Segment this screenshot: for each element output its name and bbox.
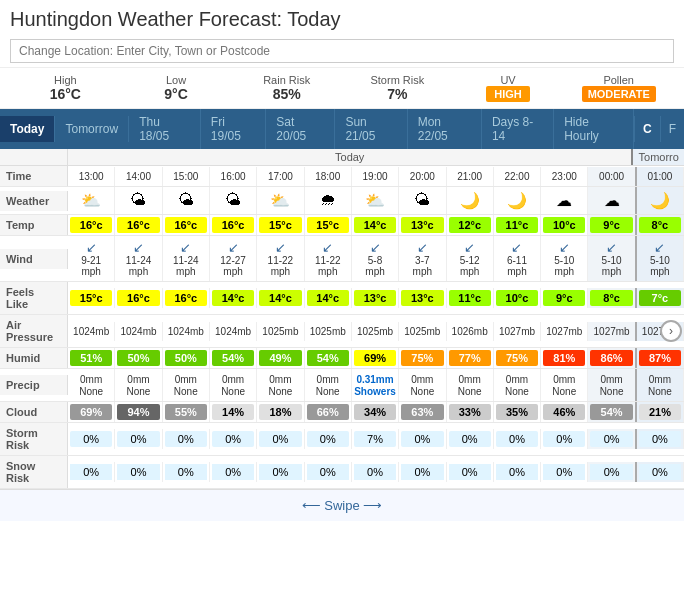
table-cell: 0% <box>115 462 162 482</box>
table-cell: 75% <box>399 348 446 368</box>
swipe-text: ⟵ Swipe ⟶ <box>302 498 383 513</box>
table-cell: 9°c <box>588 215 636 235</box>
table-cell: 0% <box>399 429 446 449</box>
table-cell: 0% <box>541 429 588 449</box>
table-cell: 0% <box>163 429 210 449</box>
table-cell: 0% <box>637 429 684 449</box>
table-cell: ↙11-24mph <box>115 236 162 281</box>
temp-row: Temp 16°c16°c16°c16°c15°c15°c14°c13°c12°… <box>0 215 684 236</box>
table-cell: 22:00 <box>494 167 541 186</box>
table-cell: 🌤 <box>163 187 210 214</box>
tab-fahrenheit[interactable]: F <box>660 116 684 142</box>
precip-row: Precip 0mmNone0mmNone0mmNone0mmNone0mmNo… <box>0 369 684 402</box>
table-cell: 17:00 <box>257 167 304 186</box>
table-cell: 14°c <box>210 288 257 308</box>
table-cell: 16°c <box>163 288 210 308</box>
table-cell: ↙5-12mph <box>447 236 494 281</box>
table-cell: 0% <box>447 462 494 482</box>
tab-days[interactable]: Days 8-14 <box>482 109 554 149</box>
table-cell: 0% <box>68 429 115 449</box>
table-cell: 0mmNone <box>163 369 210 401</box>
uv-summary: UV HIGH <box>453 74 564 102</box>
table-cell: 00:00 <box>588 167 636 186</box>
table-cell: 13°c <box>352 288 399 308</box>
table-cell: 94% <box>115 402 162 422</box>
pollen-summary: Pollen MODERATE <box>563 74 674 102</box>
table-cell: 54% <box>588 402 636 422</box>
time-cells: 13:0014:0015:0016:0017:0018:0019:0020:00… <box>68 167 684 186</box>
tomorrow-header-label: Tomorro <box>633 149 684 165</box>
table-cell: ↙5-10mph <box>588 236 636 281</box>
table-cell: 1024mb <box>115 322 162 341</box>
table-cell: 🌤 <box>399 187 446 214</box>
table-cell: 15°c <box>305 215 352 235</box>
feels-row: FeelsLike 15°c16°c16°c14°c14°c14°c13°c13… <box>0 282 684 315</box>
swipe-bar: ⟵ Swipe ⟶ <box>0 489 684 521</box>
tab-sat[interactable]: Sat 20/05 <box>266 109 335 149</box>
precip-label: Precip <box>0 375 68 395</box>
table-cell: 0% <box>257 462 304 482</box>
table-cell: ⛅ <box>68 187 115 214</box>
table-cell: 1025mb <box>257 322 304 341</box>
table-cell: 16°c <box>68 215 115 235</box>
rain-summary: Rain Risk 85% <box>231 74 342 102</box>
table-cell: 0% <box>494 462 541 482</box>
table-cell: 34% <box>352 402 399 422</box>
tab-sun[interactable]: Sun 21/05 <box>335 109 407 149</box>
pressure-cells: 1024mb1024mb1024mb1024mb1025mb1025mb1025… <box>68 322 684 341</box>
time-row: Time 13:0014:0015:0016:0017:0018:0019:00… <box>0 166 684 187</box>
table-cell: ↙11-22mph <box>305 236 352 281</box>
table-cell: 14°c <box>305 288 352 308</box>
feels-cells: 15°c16°c16°c14°c14°c14°c13°c13°c11°c10°c… <box>68 288 684 308</box>
tab-fri[interactable]: Fri 19/05 <box>201 109 266 149</box>
table-cell: 7% <box>352 429 399 449</box>
table-cell: 0mmNone <box>399 369 446 401</box>
table-cell: 🌙 <box>447 187 494 214</box>
storm-summary: Storm Risk 7% <box>342 74 453 102</box>
table-cell: ↙9-21mph <box>68 236 115 281</box>
table-cell: 49% <box>257 348 304 368</box>
scroll-button[interactable]: › <box>660 320 682 342</box>
table-cell: 0% <box>447 429 494 449</box>
weather-cells: ⛅🌤🌤🌤⛅🌧⛅🌤🌙🌙☁☁🌙 <box>68 187 684 214</box>
feels-label: FeelsLike <box>0 282 68 314</box>
location-input[interactable] <box>10 39 674 63</box>
table-cell: 11°c <box>494 215 541 235</box>
table-cell: 0% <box>305 429 352 449</box>
table-cell: 13°c <box>399 215 446 235</box>
wind-label: Wind <box>0 249 68 269</box>
unit-tabs: C F <box>634 116 684 142</box>
table-cell: 0% <box>210 462 257 482</box>
table-cell: 77% <box>447 348 494 368</box>
table-cell: 14°c <box>352 215 399 235</box>
tab-bar: Today Tomorrow Thu 18/05 Fri 19/05 Sat 2… <box>0 109 684 149</box>
table-cell: 1027mb <box>588 322 636 341</box>
storm-label: StormRisk <box>0 423 68 455</box>
high-summary: High 16°C <box>10 74 121 102</box>
table-cell: 🌤 <box>210 187 257 214</box>
table-cell: 16°c <box>210 215 257 235</box>
tab-mon[interactable]: Mon 22/05 <box>408 109 482 149</box>
table-cell: ↙6-11mph <box>494 236 541 281</box>
tab-today[interactable]: Today <box>0 116 55 142</box>
table-cell: 15°c <box>257 215 304 235</box>
tab-thu[interactable]: Thu 18/05 <box>129 109 201 149</box>
table-cell: ↙5-8mph <box>352 236 399 281</box>
table-cell: ⛅ <box>352 187 399 214</box>
tab-celsius[interactable]: C <box>634 116 660 142</box>
table-cell: 12°c <box>447 215 494 235</box>
humidity-row: Humid 51%50%50%54%49%54%69%75%77%75%81%8… <box>0 348 684 369</box>
table-cell: 16°c <box>115 215 162 235</box>
table-cell: ☁ <box>588 187 636 214</box>
table-cell: 0mmNone <box>305 369 352 401</box>
table-cell: 0% <box>588 462 636 482</box>
table-cell: 0.31mmShowers <box>352 369 399 401</box>
table-cell: 11°c <box>447 288 494 308</box>
table-cell: 1024mb <box>68 322 115 341</box>
table-cell: 86% <box>588 348 636 368</box>
table-cell: 0% <box>352 462 399 482</box>
table-cell: 66% <box>305 402 352 422</box>
tab-hide-hourly[interactable]: Hide Hourly <box>554 109 634 149</box>
table-cell: 8°c <box>637 215 684 235</box>
tab-tomorrow[interactable]: Tomorrow <box>55 116 129 142</box>
